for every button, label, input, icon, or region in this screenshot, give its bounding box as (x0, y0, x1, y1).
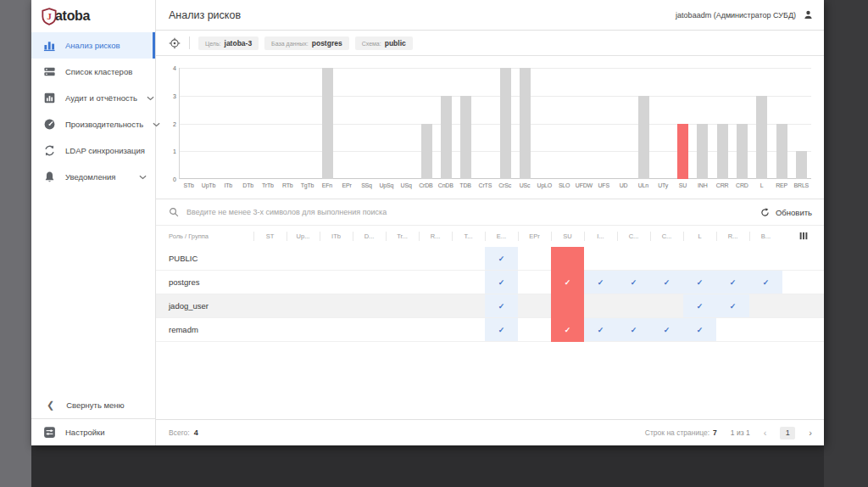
permission-cell: ✓ (584, 271, 617, 294)
permission-cell (287, 294, 320, 318)
sidebar: J atoba Анализ рисковСписок кластеровАуд… (31, 0, 156, 445)
permission-cell (287, 247, 320, 271)
permission-cell (386, 271, 419, 294)
user-label: jatobaadm (Администратор СУБД) (676, 11, 796, 20)
sidebar-item[interactable]: Анализ рисков (31, 32, 155, 59)
chart-bar-cell (732, 68, 752, 179)
check-icon: ✓ (498, 302, 505, 311)
table-row[interactable]: PUBLIC✓ (156, 247, 824, 271)
permission-cell: ✓ (716, 294, 749, 318)
sidebar-item-label: Аудит и отчётность (65, 93, 137, 103)
permission-cell (320, 294, 353, 318)
x-axis-label: EFn (317, 182, 337, 188)
filter-chip[interactable]: Цель:jatoba-3 (198, 36, 259, 50)
chart-bar-EFn (322, 68, 333, 179)
row-filler (782, 318, 824, 342)
sidebar-item-settings[interactable]: Настройки (31, 418, 155, 445)
toolbar-divider (189, 36, 190, 49)
permission-cell: ✓ (749, 271, 782, 294)
jatoba-logo[interactable]: J atoba (31, 0, 155, 32)
role-name: jadog_user (156, 294, 253, 318)
chart-bar-cell (239, 68, 259, 179)
permission-cell (353, 318, 386, 342)
permission-cell: ✓ (551, 318, 584, 342)
permission-cell (419, 247, 452, 271)
sidebar-item[interactable]: LDAP синхронизация (31, 137, 155, 164)
rows-per-page-value: 7 (713, 428, 717, 437)
bell-icon (43, 171, 56, 183)
row-filler (782, 294, 824, 318)
table-row[interactable]: postgres✓✓✓✓✓✓✓✓ (156, 271, 824, 294)
filter-chip[interactable]: Схема:public (355, 36, 413, 50)
x-axis-label: UFS (594, 182, 614, 188)
x-axis-label: USq (396, 182, 415, 188)
permission-cell (452, 247, 485, 271)
permission-cell: ✓ (551, 271, 584, 294)
table-row[interactable]: remadm✓✓✓✓✓✓ (156, 318, 824, 342)
check-icon: ✓ (565, 278, 571, 287)
check-icon: ✓ (498, 255, 505, 263)
chart-bar-cell (752, 68, 771, 179)
permission-cell: ✓ (683, 294, 716, 318)
collapse-menu-button[interactable]: ❮ Свернуть меню (31, 392, 155, 418)
permission-cell (353, 247, 386, 271)
chart-bar-BRLS (796, 151, 807, 179)
search-input[interactable] (186, 208, 753, 216)
role-name: postgres (156, 271, 253, 294)
permission-cell: ✓ (485, 294, 518, 318)
x-axis-label: UD (614, 182, 633, 188)
next-page-icon[interactable]: › (809, 428, 812, 438)
sidebar-item[interactable]: Уведомления (31, 164, 155, 190)
page-info: 1 из 1 (731, 428, 750, 437)
sidebar-item-label: Производительность (65, 120, 143, 129)
chart-bar-cell (358, 68, 377, 179)
table-body: PUBLIC✓postgres✓✓✓✓✓✓✓✓jadog_user✓✓✓rema… (156, 247, 824, 342)
chip-label: База данных: (271, 41, 309, 47)
chart-bar-cell (416, 68, 436, 179)
chart-bar-USc (520, 68, 531, 179)
x-axis-label: SLO (554, 182, 574, 188)
sidebar-item[interactable]: Производительность (31, 111, 155, 137)
chart-bar-cell (180, 68, 199, 179)
user-menu[interactable]: jatobaadm (Администратор СУБД) (676, 9, 814, 20)
rows-per-page[interactable]: Строк на странице:7 (645, 428, 717, 437)
refresh-button[interactable]: Обновить (760, 208, 812, 217)
table-row[interactable]: jadog_user✓✓✓ (156, 294, 824, 318)
chart-bar-cell (318, 68, 337, 179)
chart-bar-cell (771, 68, 791, 179)
permission-cell (287, 318, 320, 342)
chart-bar-cell (437, 68, 456, 179)
target-icon[interactable] (169, 37, 181, 49)
x-axis-label: CRD (732, 182, 752, 188)
prev-page-icon[interactable]: ‹ (764, 428, 767, 438)
permission-cell (419, 271, 452, 294)
sidebar-item[interactable]: Список кластеров (31, 59, 155, 85)
check-icon: ✓ (598, 278, 604, 287)
settings-sliders-icon (43, 426, 56, 439)
column-settings-button[interactable] (782, 226, 824, 247)
x-axis-label: CrTS (476, 182, 495, 188)
check-icon: ✓ (498, 326, 505, 334)
chip-label: Схема: (362, 41, 381, 47)
permission-column-header: E... (485, 226, 518, 247)
x-axis-label: STb (179, 182, 198, 188)
permission-cell: ✓ (683, 318, 716, 342)
table-header-row: Роль / Группа STUp...ITbD...Tr...R...T..… (156, 226, 824, 247)
x-axis-label: TgTb (298, 182, 317, 188)
pager: Строк на странице:7 1 из 1 ‹ 1 › (645, 427, 812, 439)
sidebar-item[interactable]: Аудит и отчётность (31, 85, 155, 111)
x-axis-label: UFDW (574, 182, 593, 188)
permission-cell (749, 318, 782, 342)
sidebar-spacer (31, 190, 155, 392)
permission-cell: ✓ (650, 271, 683, 294)
chart-bar-CnDB (441, 96, 452, 179)
sidebar-item-label: Список кластеров (65, 67, 132, 76)
x-axis-label: CrSc (495, 182, 515, 188)
chip-value: jatoba-3 (225, 39, 253, 48)
chart-bar-cell (337, 68, 357, 179)
filter-chip[interactable]: База данных:postgres (264, 36, 349, 50)
check-icon: ✓ (498, 278, 505, 287)
current-page-button[interactable]: 1 (780, 427, 795, 439)
permission-cell (683, 247, 716, 271)
y-axis-tick: 3 (165, 92, 176, 98)
